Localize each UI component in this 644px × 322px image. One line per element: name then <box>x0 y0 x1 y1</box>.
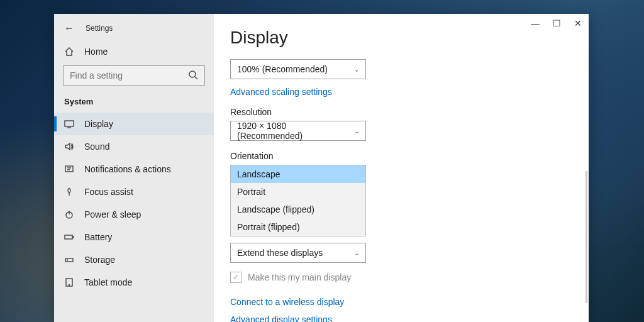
back-arrow-icon[interactable]: ← <box>64 23 74 34</box>
sidebar-item-label: Notifications & actions <box>84 164 171 174</box>
sidebar-item-battery[interactable]: Battery <box>54 226 214 248</box>
sidebar-item-focus-assist[interactable]: Focus assist <box>54 180 214 203</box>
sidebar-item-power-sleep[interactable]: Power & sleep <box>54 203 214 226</box>
main-display-checkbox-row: ✓ Make this my main display <box>230 272 572 283</box>
orientation-option-landscape-flipped[interactable]: Landscape (flipped) <box>231 201 365 218</box>
chevron-down-icon: ⌄ <box>354 128 359 135</box>
advanced-scaling-link[interactable]: Advanced scaling settings <box>230 87 572 97</box>
sidebar-item-label: Storage <box>84 255 115 265</box>
home-label: Home <box>84 47 108 57</box>
resolution-dropdown[interactable]: 1920 × 1080 (Recommended) ⌄ <box>230 121 366 141</box>
orientation-option-portrait-flipped[interactable]: Portrait (flipped) <box>231 218 365 236</box>
multiple-displays-dropdown[interactable]: Extend these displays ⌄ <box>230 243 366 263</box>
close-button[interactable]: ✕ <box>567 14 589 33</box>
power-icon <box>64 209 74 219</box>
sidebar-item-label: Display <box>84 119 113 129</box>
page-title: Display <box>230 28 572 48</box>
section-header: System <box>54 92 214 113</box>
orientation-option-portrait[interactable]: Portrait <box>231 183 365 201</box>
settings-window: ← Settings Home System Display Sound Not… <box>54 14 589 322</box>
multiple-displays-value: Extend these displays <box>237 248 323 258</box>
scale-value: 100% (Recommended) <box>237 64 328 74</box>
sidebar: ← Settings Home System Display Sound Not… <box>54 14 214 322</box>
sidebar-item-label: Sound <box>84 142 109 152</box>
sidebar-item-label: Battery <box>84 232 112 242</box>
search-input-container[interactable] <box>63 65 205 86</box>
home-row[interactable]: Home <box>54 42 214 62</box>
minimize-button[interactable]: — <box>525 14 546 33</box>
storage-icon <box>64 255 74 265</box>
svg-rect-2 <box>65 166 73 172</box>
focus-assist-icon <box>64 187 74 197</box>
chevron-down-icon: ⌄ <box>354 66 359 73</box>
tablet-icon <box>64 277 74 287</box>
sidebar-item-storage[interactable]: Storage <box>54 248 214 271</box>
svg-rect-1 <box>65 121 74 126</box>
maximize-button[interactable]: ☐ <box>546 14 567 33</box>
chevron-down-icon: ⌄ <box>354 250 359 257</box>
resolution-value: 1920 × 1080 (Recommended) <box>237 121 354 141</box>
window-controls: — ☐ ✕ <box>525 14 589 33</box>
svg-point-0 <box>189 71 196 77</box>
resolution-label: Resolution <box>230 107 572 117</box>
search-icon <box>188 70 198 82</box>
sidebar-item-notifications[interactable]: Notifications & actions <box>54 158 214 180</box>
scale-dropdown[interactable]: 100% (Recommended) ⌄ <box>230 59 366 79</box>
search-input[interactable] <box>70 70 188 80</box>
main-display-checkbox[interactable]: ✓ <box>230 272 242 283</box>
sound-icon <box>64 142 74 152</box>
wireless-display-link[interactable]: Connect to a wireless display <box>230 297 572 307</box>
orientation-dropdown-open[interactable]: Landscape Portrait Landscape (flipped) P… <box>230 165 366 236</box>
notifications-icon <box>64 164 74 174</box>
sidebar-item-label: Power & sleep <box>84 209 141 219</box>
battery-icon <box>64 232 74 242</box>
svg-point-6 <box>67 260 68 260</box>
svg-point-8 <box>69 285 70 286</box>
orientation-label: Orientation <box>230 151 572 161</box>
svg-rect-4 <box>65 235 72 239</box>
advanced-display-link[interactable]: Advanced display settings <box>230 314 572 322</box>
display-icon <box>64 119 74 129</box>
home-icon <box>64 47 74 57</box>
sidebar-item-sound[interactable]: Sound <box>54 135 214 158</box>
sidebar-item-label: Focus assist <box>84 187 133 197</box>
sidebar-item-display[interactable]: Display <box>54 113 214 135</box>
main-display-label: Make this my main display <box>248 272 351 282</box>
scrollbar[interactable] <box>586 171 587 303</box>
sidebar-item-label: Tablet mode <box>84 277 132 287</box>
sidebar-item-tablet-mode[interactable]: Tablet mode <box>54 271 214 294</box>
main-content: — ☐ ✕ Display 100% (Recommended) ⌄ Advan… <box>214 14 589 322</box>
orientation-option-landscape[interactable]: Landscape <box>231 165 365 183</box>
window-title: Settings <box>86 24 113 33</box>
